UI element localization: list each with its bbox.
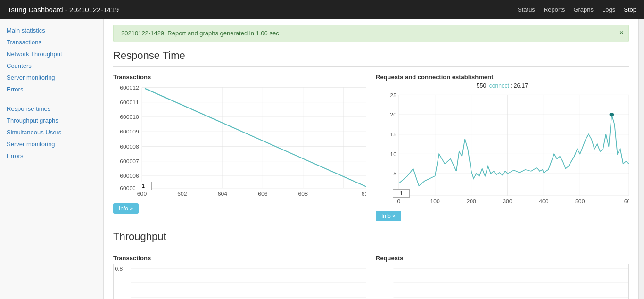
- svg-text:100: 100: [430, 199, 440, 204]
- scrollbar[interactable]: [638, 19, 644, 299]
- svg-text:0.8: 0.8: [115, 266, 123, 272]
- throughput-chart-transactions: Transactions 0.8: [113, 255, 366, 299]
- main-layout: Main statistics Transactions Network Thr…: [0, 19, 644, 299]
- chart-transactions-label: Transactions: [113, 74, 366, 81]
- throughput-transactions-svg: 0.8: [114, 264, 366, 299]
- alert-banner: 20210122-1429: Report and graphs generat…: [113, 25, 629, 42]
- chart-requests-input[interactable]: [393, 189, 410, 198]
- svg-text:500: 500: [575, 199, 585, 204]
- svg-text:604: 604: [218, 191, 227, 196]
- svg-text:600008: 600008: [120, 144, 139, 149]
- chart-transactions-wrapper: 600012 600011 600010 600009 600008 60000…: [113, 83, 366, 200]
- chart-transactions-info-btn[interactable]: Info »: [113, 203, 139, 214]
- svg-text:200: 200: [466, 199, 476, 204]
- throughput-chart-requests: Requests: [376, 255, 629, 299]
- svg-text:400: 400: [539, 199, 548, 204]
- chart-requests-tooltip-connect: connect: [489, 83, 509, 89]
- app-title: Tsung Dashboard - 20210122-1419: [8, 6, 119, 14]
- chart-requests-svg: 25 20 15 10 5 0 0 100 200 300 400 500 60…: [376, 90, 629, 208]
- chart-requests-info-btn[interactable]: Info »: [376, 211, 401, 221]
- svg-text:600006: 600006: [120, 174, 139, 179]
- svg-text:600: 600: [624, 199, 629, 204]
- svg-text:20: 20: [390, 112, 396, 117]
- svg-text:15: 15: [390, 132, 396, 137]
- svg-text:25: 25: [390, 92, 396, 98]
- throughput-requests-svg: [376, 264, 628, 299]
- chart-requests: Requests and connection establishment 55…: [376, 74, 629, 221]
- sidebar-item-transactions[interactable]: Transactions: [0, 36, 103, 48]
- throughput-transactions-wrapper: 0.8: [113, 264, 366, 299]
- sidebar-item-server-monitoring-2[interactable]: Server monitoring: [0, 138, 103, 150]
- chart-transactions-input[interactable]: [135, 182, 152, 190]
- sidebar-item-network-throughput[interactable]: Network Throughput: [0, 48, 103, 60]
- throughput-charts-row: Transactions 0.8 Requests: [113, 255, 629, 299]
- alert-close-button[interactable]: ×: [619, 29, 624, 37]
- sidebar-item-errors-1[interactable]: Errors: [0, 83, 103, 95]
- nav-stop[interactable]: Stop: [624, 6, 636, 13]
- throughput-divider: [113, 248, 629, 248]
- svg-text:602: 602: [177, 191, 187, 196]
- response-time-title: Response Time: [113, 50, 629, 62]
- svg-text:300: 300: [503, 199, 512, 204]
- throughput-title: Throughput: [113, 231, 629, 243]
- sidebar-divider: [0, 96, 103, 102]
- sidebar-section-2: Response times Throughput graphs Simulta…: [0, 102, 103, 163]
- chart-requests-tooltip: 550: connect : 26.17: [376, 83, 629, 89]
- svg-text:600011: 600011: [120, 100, 139, 105]
- svg-text:600007: 600007: [120, 159, 139, 164]
- nav-reports[interactable]: Reports: [544, 6, 565, 13]
- svg-text:608: 608: [298, 191, 308, 196]
- svg-point-55: [610, 113, 614, 116]
- svg-text:600009: 600009: [120, 129, 139, 134]
- sidebar-item-response-times[interactable]: Response times: [0, 103, 103, 115]
- sidebar-item-counters[interactable]: Counters: [0, 60, 103, 72]
- throughput-requests-label: Requests: [376, 255, 629, 262]
- svg-text:600012: 600012: [120, 85, 139, 90]
- svg-text:600: 600: [137, 191, 147, 196]
- sidebar-section-1: Main statistics Transactions Network Thr…: [0, 24, 103, 96]
- nav-links: Status Reports Graphs Logs Stop: [518, 6, 636, 13]
- sidebar-item-simultaneous-users[interactable]: Simultaneous Users: [0, 126, 103, 138]
- main-content: 20210122-1429: Report and graphs generat…: [104, 19, 638, 299]
- svg-text:600010: 600010: [120, 115, 139, 120]
- svg-text:606: 606: [258, 191, 267, 196]
- chart-transactions: Transactions: [113, 74, 366, 221]
- sidebar-item-throughput-graphs[interactable]: Throughput graphs: [0, 115, 103, 126]
- chart-requests-wrapper: 25 20 15 10 5 0 0 100 200 300 400 500 60…: [376, 90, 629, 208]
- svg-text:5: 5: [393, 171, 396, 176]
- nav-status[interactable]: Status: [518, 6, 535, 13]
- chart-requests-label: Requests and connection establishment: [376, 74, 629, 81]
- throughput-requests-wrapper: [376, 264, 629, 299]
- navbar: Tsung Dashboard - 20210122-1419 Status R…: [0, 0, 644, 19]
- nav-graphs[interactable]: Graphs: [573, 6, 594, 13]
- svg-text:10: 10: [390, 151, 396, 157]
- svg-text:0: 0: [397, 199, 400, 204]
- sidebar-item-main-statistics[interactable]: Main statistics: [0, 25, 103, 36]
- sidebar: Main statistics Transactions Network Thr…: [0, 19, 104, 299]
- throughput-transactions-label: Transactions: [113, 255, 366, 262]
- nav-logs[interactable]: Logs: [602, 6, 615, 13]
- sidebar-item-errors-2[interactable]: Errors: [0, 150, 103, 162]
- svg-text:610: 610: [362, 191, 366, 196]
- alert-message: 20210122-1429: Report and graphs generat…: [121, 30, 279, 37]
- response-time-divider: [113, 66, 629, 67]
- response-time-charts-row: Transactions: [113, 74, 629, 221]
- sidebar-item-server-monitoring-1[interactable]: Server monitoring: [0, 72, 103, 83]
